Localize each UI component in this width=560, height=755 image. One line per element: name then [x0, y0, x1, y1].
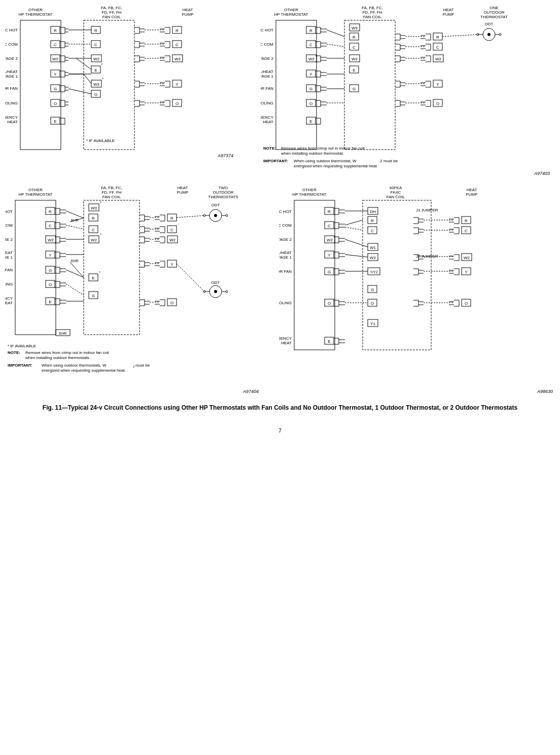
svg-text:W2: W2 [352, 57, 358, 61]
svg-text:2: 2 [133, 365, 135, 368]
svg-text:J1 JUMPER: J1 JUMPER [416, 208, 438, 212]
svg-text:Y/Y2: Y/Y2 [370, 270, 377, 274]
svg-line-325 [345, 220, 363, 225]
svg-text:when installing outdoor thermo: when installing outdoor thermostats. [25, 355, 90, 360]
diagram-bottom-left: OTHER HP THERMOSTAT FA, FB, FC, FD, FF, … [5, 185, 264, 398]
svg-text:W2: W2 [327, 238, 333, 242]
svg-text:24 VAC HOT: 24 VAC HOT [279, 209, 292, 214]
diagram-top-right: OTHER HP THERMOSTAT FA, FB, FC, FD, FF, … [261, 5, 555, 177]
svg-text:W2: W2 [435, 57, 442, 61]
svg-text:must be: must be [135, 363, 150, 368]
svg-text:W2: W2 [48, 238, 54, 242]
svg-text:THERMOSTATS: THERMOSTATS [208, 195, 238, 199]
svg-text:24 VAC COM: 24 VAC COM [261, 42, 273, 47]
svg-text:STAGE 1: STAGE 1 [5, 74, 18, 79]
svg-text:* IF AVAILABLE: * IF AVAILABLE [86, 138, 115, 143]
svg-text:* IF AVAILABLE: * IF AVAILABLE [8, 344, 36, 348]
svg-text:INDOOR FAN: INDOOR FAN [279, 269, 292, 274]
svg-text:E: E [54, 119, 56, 124]
svg-text:Y: Y [309, 72, 312, 77]
svg-text:E: E [92, 276, 94, 280]
svg-text:EHR: EHR [71, 259, 79, 263]
svg-line-240 [66, 284, 84, 295]
svg-text:O: O [176, 101, 179, 106]
svg-text:C: C [176, 43, 179, 47]
svg-text:W2: W2 [169, 238, 176, 242]
svg-text:O: O [49, 282, 52, 287]
svg-text:EMERGENCY: EMERGENCY [279, 336, 292, 341]
svg-text:C: C [94, 43, 97, 47]
svg-line-64 [68, 89, 91, 94]
svg-text:INDOOR FAN: INDOOR FAN [5, 86, 18, 91]
svg-text:C: C [436, 45, 439, 50]
svg-text:HP THERMOSTAT: HP THERMOSTAT [274, 12, 308, 17]
svg-text:R: R [94, 28, 97, 33]
svg-text:RVS COOLING: RVS COOLING [279, 301, 292, 305]
svg-text:HP THERMOSTAT: HP THERMOSTAT [19, 192, 53, 197]
svg-text:W2: W2 [174, 57, 181, 61]
svg-text:*: * [101, 62, 102, 67]
svg-text:PUMP: PUMP [442, 12, 454, 17]
svg-text:HEAT: HEAT [178, 186, 188, 190]
svg-text:Y1: Y1 [370, 321, 375, 326]
svg-text:*: * [100, 200, 101, 205]
svg-text:HEAT: HEAT [183, 8, 193, 12]
diagram-svg-top-left: OTHER HP THERMOSTAT FA, FB, FC, FD, FF, … [5, 5, 238, 177]
svg-text:C: C [54, 43, 57, 47]
top-diagrams-row: OTHER HP THERMOSTAT FA, FB, FC, FD, FF, … [5, 5, 555, 177]
svg-text:HEAT: HEAT [281, 341, 292, 345]
svg-point-228 [214, 290, 217, 293]
svg-text:W1: W1 [370, 245, 376, 250]
svg-text:O: O [465, 301, 468, 306]
svg-text:A97403: A97403 [534, 171, 550, 176]
svg-text:PUMP: PUMP [182, 12, 193, 17]
svg-text:R: R [170, 216, 173, 221]
svg-point-232 [226, 291, 228, 293]
svg-text:FD, FF, FH: FD, FF, FH [362, 10, 382, 15]
svg-text:W2: W2 [52, 57, 59, 61]
svg-text:FA, FB, FC,: FA, FB, FC, [101, 186, 122, 190]
svg-text:HEAT STAGE 2: HEAT STAGE 2 [5, 56, 18, 61]
svg-text:E: E [94, 68, 97, 73]
svg-text:When using outdoor thermostats: When using outdoor thermostats, W [42, 363, 107, 368]
svg-text:THERMOSTAT: THERMOSTAT [480, 15, 508, 19]
svg-text:*: * [102, 77, 103, 81]
svg-text:HEAT: HEAT [5, 301, 13, 305]
svg-text:IMPORTANT:: IMPORTANT: [8, 363, 32, 368]
svg-line-235 [66, 211, 84, 218]
svg-line-136 [327, 30, 344, 37]
svg-text:when installing outdoor thermo: when installing outdoor thermostat. [281, 151, 344, 156]
svg-text:energized when requesting supp: energized when requesting supplemental h… [42, 368, 126, 373]
svg-text:2: 2 [380, 159, 382, 163]
page-number: 7 [5, 427, 555, 434]
svg-text:C: C [92, 228, 95, 232]
svg-text:must be: must be [383, 159, 398, 163]
svg-text:G: G [309, 87, 312, 91]
svg-text:E: E [309, 119, 312, 124]
svg-text:O: O [328, 301, 331, 306]
svg-text:STAGE 1: STAGE 1 [261, 74, 274, 79]
svg-point-135 [499, 33, 501, 35]
svg-text:24 VAC HOT: 24 VAC HOT [5, 209, 13, 214]
svg-text:E: E [328, 339, 330, 344]
svg-text:STAGE 1: STAGE 1 [5, 255, 13, 260]
svg-line-137 [327, 44, 344, 47]
svg-text:W3: W3 [93, 82, 100, 87]
svg-text:INDOOR FAN: INDOOR FAN [261, 86, 273, 91]
svg-text:W2: W2 [308, 57, 315, 61]
svg-text:R: R [309, 28, 312, 33]
svg-line-249 [177, 215, 204, 218]
svg-text:FAN COIL: FAN COIL [102, 15, 121, 19]
svg-line-328 [345, 255, 368, 257]
svg-text:G: G [353, 87, 356, 91]
svg-text:R: R [54, 28, 57, 33]
svg-text:EMERGENCY: EMERGENCY [5, 115, 18, 120]
svg-text:C: C [465, 229, 468, 233]
svg-line-236 [66, 225, 84, 229]
svg-text:FK4C: FK4C [391, 190, 401, 195]
svg-text:O: O [371, 301, 374, 306]
svg-text:W2: W2 [93, 57, 100, 61]
svg-text:EMERGENCY: EMERGENCY [5, 296, 13, 301]
svg-text:NOTE:: NOTE: [263, 146, 276, 151]
svg-text:HEAT: HEAT [443, 8, 454, 12]
